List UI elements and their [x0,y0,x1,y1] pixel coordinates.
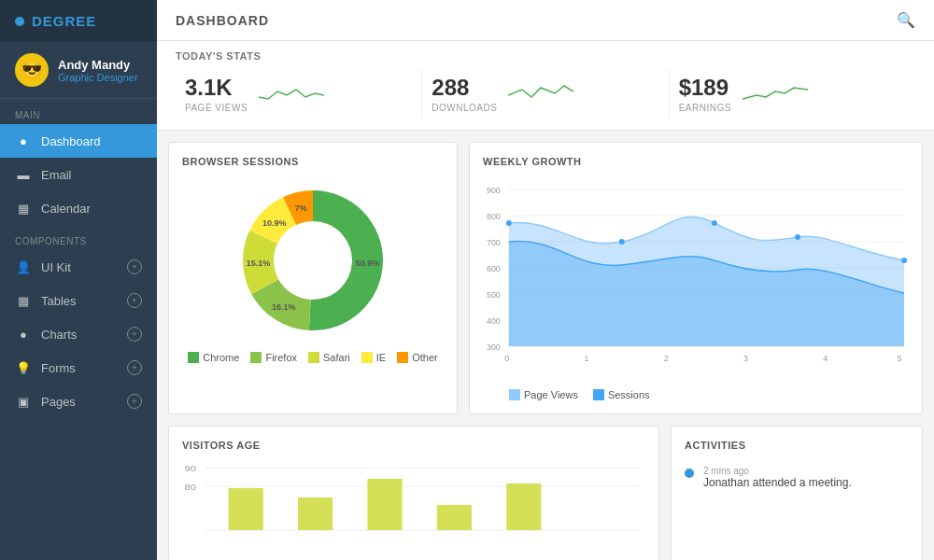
svg-point-22 [795,234,800,240]
svg-text:0: 0 [504,354,509,363]
page-title: DASHBOARD [176,13,269,28]
svg-text:1: 1 [585,354,589,363]
sidebar-item-forms[interactable]: 💡 Forms + [0,351,157,385]
svg-text:3: 3 [743,354,748,363]
svg-text:15.1%: 15.1% [247,259,271,268]
svg-rect-38 [437,505,472,530]
components-section-label: Components [0,225,157,250]
forms-icon: 💡 [15,359,32,376]
sidebar-item-tables[interactable]: ▦ Tables + [0,284,157,317]
svg-text:50.9%: 50.9% [356,259,380,268]
stat-pageviews: 3.1K PAGE VIEWS [176,69,422,119]
growth-chart: 900 800 700 600 500 400 300 [483,176,909,382]
other-dot [397,352,408,363]
donut-legend: Chrome Firefox Safari IE [188,352,437,363]
svg-text:2: 2 [664,354,669,363]
logo-dot [15,17,24,26]
svg-text:4: 4 [823,354,828,363]
svg-text:700: 700 [487,238,501,247]
charts-badge: + [127,327,142,342]
firefox-label: Firefox [265,352,297,363]
activity-item: 2 mins ago Jonathan attended a meeting. [685,460,909,495]
pageviews-sparkline [259,78,324,110]
svg-text:800: 800 [487,212,501,221]
svg-point-19 [506,220,512,226]
browser-sessions-card: BROWSER SESSIONS 50.9%16.1%15.1%10.9%7% … [168,142,458,414]
firefox-dot [250,352,262,363]
topbar: DASHBOARD 🔍 [157,0,934,41]
sidebar-item-pages[interactable]: ▣ Pages + [0,385,157,418]
logo-text: DEGREE [32,13,96,29]
svg-text:300: 300 [487,343,501,352]
stats-bar: TODAY'S STATS 3.1K PAGE VIEWS 288 [157,41,934,131]
legend-chrome: Chrome [188,352,239,363]
visitors-age-title: VISITORS AGE [182,440,645,451]
sidebar-label-forms: Forms [41,361,127,375]
sidebar-item-charts[interactable]: ● Charts + [0,317,157,351]
ie-label: IE [376,352,386,363]
charts-icon: ● [15,326,32,343]
pageviews-legend-label: Page Views [524,389,578,400]
user-role: Graphic Designer [58,72,138,83]
svg-point-21 [712,220,717,226]
search-icon[interactable]: 🔍 [897,11,915,29]
sidebar-label-uikit: UI Kit [41,260,127,274]
charts-row: BROWSER SESSIONS 50.9%16.1%15.1%10.9%7% … [157,131,934,414]
sidebar-label-dashboard: Dashboard [41,134,142,148]
svg-point-23 [901,258,907,263]
svg-text:5: 5 [898,354,902,363]
tables-icon: ▦ [15,292,32,309]
sidebar-item-uikit[interactable]: 👤 UI Kit + [0,250,157,284]
svg-text:7%: 7% [295,203,307,213]
stat-earnings: $189 EARNINGS [670,69,915,119]
legend-sessions: Sessions [593,389,650,400]
legend-ie: IE [361,352,386,363]
stats-label: TODAY'S STATS [176,50,915,62]
legend-pageviews: Page Views [509,389,578,400]
avatar: 😎 [15,53,49,87]
sidebar-label-calendar: Calendar [41,202,142,216]
chrome-dot [188,352,199,363]
legend-firefox: Firefox [250,352,297,363]
svg-text:16.1%: 16.1% [272,302,296,312]
email-icon: ▬ [15,166,32,183]
ie-dot [361,352,373,363]
main-content: DASHBOARD 🔍 TODAY'S STATS 3.1K PAGE VIEW… [157,0,934,560]
safari-label: Safari [323,352,350,363]
activities-title: ACTIVITIES [685,440,909,451]
user-info: Andy Mandy Graphic Designer [58,58,138,83]
sidebar-item-email[interactable]: ▬ Email [0,158,157,191]
pageviews-dot [509,389,520,400]
sidebar-logo: DEGREE [0,0,157,42]
svg-rect-35 [229,488,263,530]
sidebar: DEGREE 😎 Andy Mandy Graphic Designer Mai… [0,0,157,560]
activity-dot [685,469,694,478]
svg-text:80: 80 [184,483,196,492]
legend-other: Other [397,352,438,363]
sessions-dot [593,389,604,400]
svg-text:10.9%: 10.9% [262,218,287,228]
sidebar-item-calendar[interactable]: ▦ Calendar [0,191,157,225]
activity-text: Jonathan attended a meeting. [703,476,852,489]
sidebar-label-tables: Tables [41,294,127,308]
donut-container: 50.9%16.1%15.1%10.9%7% Chrome Firefox [182,176,444,363]
main-section-label: Main [0,99,157,124]
sessions-legend-label: Sessions [608,389,650,400]
stat-downloads-value: 288 DOWNLOADS [432,75,497,113]
legend-safari: Safari [308,352,350,363]
forms-badge: + [127,360,142,375]
sidebar-item-dashboard[interactable]: ● Dashboard [0,124,157,158]
sidebar-label-email: Email [41,168,142,182]
pages-badge: + [127,394,142,409]
svg-text:500: 500 [487,290,501,300]
content-area: TODAY'S STATS 3.1K PAGE VIEWS 288 [157,41,934,560]
svg-rect-39 [506,483,541,530]
stat-pageviews-value: 3.1K PAGE VIEWS [185,75,248,113]
visitors-age-card: VISITORS AGE 90 80 [168,426,659,560]
uikit-icon: 👤 [15,259,32,275]
visitors-bar-chart: 90 80 [182,460,645,544]
dashboard-icon: ● [15,133,32,149]
downloads-sparkline [508,78,573,110]
stat-earnings-value: $189 EARNINGS [679,75,731,113]
weekly-growth-card: WEEKLY GROWTH 900 800 700 600 500 400 30… [469,142,923,414]
